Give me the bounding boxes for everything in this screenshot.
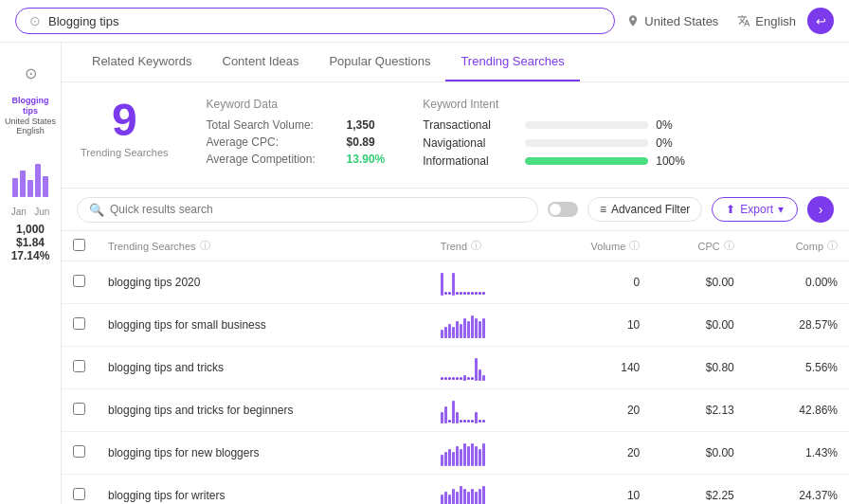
- language-icon: [737, 14, 750, 27]
- toggle-switch[interactable]: [548, 202, 578, 217]
- content-area: Related Keywords Content Ideas Popular Q…: [62, 43, 849, 504]
- avg-comp-row: Average Competition: 13.90%: [207, 153, 386, 166]
- select-all-checkbox[interactable]: [73, 239, 85, 251]
- row-checkbox[interactable]: [73, 275, 85, 287]
- col-cpc-label: CPC: [698, 241, 720, 252]
- advanced-filter-button[interactable]: ≡ Advanced Filter: [587, 197, 702, 222]
- comp-cell: 5.56%: [746, 347, 849, 389]
- tsv-label: Total Search Volume:: [207, 118, 339, 132]
- col-comp: Comp ⓘ: [746, 231, 849, 261]
- sidebar-chart: [7, 150, 54, 197]
- sidebar-language-label: English: [12, 126, 48, 136]
- advanced-filter-label: Advanced Filter: [611, 203, 690, 216]
- filter-search-icon: 🔍: [89, 203, 104, 217]
- col-trending-searches: Trending Searches ⓘ: [97, 231, 429, 261]
- keyword-data-section: Keyword Data Total Search Volume: 1,350 …: [207, 98, 690, 172]
- keyword-data-block: Keyword Data Total Search Volume: 1,350 …: [207, 98, 386, 172]
- sidebar: ⊙ Blogging tips United States English Ja…: [0, 43, 62, 504]
- sidebar-stat-volume: 1,000: [11, 223, 50, 236]
- cpc-value: $0.89: [347, 135, 375, 149]
- total-search-volume-row: Total Search Volume: 1,350: [207, 118, 386, 132]
- col-trend: Trend ⓘ: [429, 231, 536, 261]
- info-icon-comp[interactable]: ⓘ: [827, 239, 838, 253]
- col-checkbox: [62, 231, 97, 261]
- language-label: English: [755, 14, 796, 28]
- search-input[interactable]: [48, 14, 601, 28]
- cpc-cell: $0.00: [651, 304, 745, 347]
- keyword-cell: blogging tips 2020: [97, 261, 429, 304]
- cpc-cell: $0.00: [651, 261, 745, 304]
- comp-cell: 1.43%: [746, 432, 849, 475]
- intent-label-informational: Informational: [423, 154, 517, 168]
- trend-cell: [429, 347, 536, 389]
- cpc-label: Average CPC:: [207, 135, 339, 149]
- table-row: blogging tips 20200$0.000.00%: [62, 261, 849, 304]
- intent-bar-informational: [525, 157, 648, 165]
- quick-results-search-input[interactable]: [110, 203, 526, 216]
- toolbar: 🔍 ≡ Advanced Filter ⬆ Export ▾ ›: [62, 189, 849, 231]
- volume-cell: 20: [536, 432, 651, 475]
- col-volume: Volume ⓘ: [536, 231, 651, 261]
- keyword-cell: blogging tips and tricks for beginners: [97, 389, 429, 432]
- export-button[interactable]: ⬆ Export ▾: [712, 197, 798, 222]
- table-row: blogging tips and tricks for beginners20…: [62, 389, 849, 432]
- col-comp-label: Comp: [796, 241, 823, 252]
- row-checkbox[interactable]: [73, 317, 85, 330]
- search-bar: ⊙ United States English ↩: [0, 0, 849, 43]
- sidebar-stat-comp: 17.14%: [11, 249, 50, 262]
- trending-number: 9: [112, 98, 137, 143]
- intent-label-transactional: Transactional: [423, 118, 517, 132]
- export-chevron-icon: ▾: [778, 203, 784, 216]
- info-icon-trend[interactable]: ⓘ: [471, 239, 481, 253]
- trend-cell: [429, 475, 536, 505]
- row-checkbox[interactable]: [73, 488, 85, 500]
- comp-label: Average Competition:: [207, 153, 339, 166]
- sidebar-stats: 1,000 $1.84 17.14%: [4, 219, 58, 266]
- intent-row-transactional: Transactional 0%: [423, 118, 689, 132]
- location-selector[interactable]: United States: [626, 14, 718, 28]
- row-checkbox[interactable]: [73, 445, 85, 458]
- comp-cell: 42.86%: [746, 389, 849, 432]
- tab-trending-searches[interactable]: Trending Searches: [445, 43, 579, 81]
- intent-title: Keyword Intent: [423, 98, 689, 111]
- export-icon: ⬆: [726, 203, 735, 216]
- row-checkbox[interactable]: [73, 360, 85, 372]
- col-volume-label: Volume: [591, 241, 626, 252]
- cpc-cell: $2.13: [651, 389, 745, 432]
- location-label: United States: [644, 14, 718, 28]
- volume-cell: 20: [536, 389, 651, 432]
- trend-cell: [429, 304, 536, 347]
- volume-cell: 10: [536, 304, 651, 347]
- cpc-cell: $0.80: [651, 347, 745, 389]
- sidebar-home-item[interactable]: ⊙: [11, 56, 49, 90]
- info-icon-volume[interactable]: ⓘ: [629, 239, 640, 253]
- table-row: blogging tips for small business10$0.002…: [62, 304, 849, 347]
- intent-pct-navigational: 0%: [656, 136, 689, 150]
- info-icon-cpc[interactable]: ⓘ: [724, 239, 734, 253]
- comp-value: 13.90%: [347, 153, 386, 166]
- keyword-data-title: Keyword Data: [207, 98, 386, 111]
- row-checkbox[interactable]: [73, 403, 85, 415]
- intent-bar-navigational: [525, 139, 648, 147]
- search-go-button[interactable]: ↩: [807, 8, 834, 34]
- col-trending-searches-label: Trending Searches: [108, 241, 196, 252]
- tab-content-ideas[interactable]: Content Ideas: [208, 43, 315, 81]
- more-button[interactable]: ›: [807, 196, 834, 223]
- keyword-cell: blogging tips for new bloggers: [97, 432, 429, 475]
- search-input-wrapper[interactable]: ⊙: [15, 8, 615, 34]
- tab-popular-questions[interactable]: Popular Questions: [314, 43, 445, 81]
- info-icon-keyword[interactable]: ⓘ: [200, 239, 210, 253]
- intent-row-navigational: Navigational 0%: [423, 136, 689, 150]
- tab-related-keywords[interactable]: Related Keywords: [77, 43, 208, 81]
- language-selector[interactable]: English: [737, 14, 796, 28]
- toggle-wrapper: [548, 202, 578, 217]
- tsv-value: 1,350: [347, 118, 375, 132]
- intent-label-navigational: Navigational: [423, 136, 517, 150]
- stats-section: 9 Trending Searches Keyword Data Total S…: [62, 82, 849, 189]
- tabs-row: Related Keywords Content Ideas Popular Q…: [62, 43, 849, 82]
- location-icon: [626, 14, 640, 27]
- quick-search-filter[interactable]: 🔍: [77, 197, 538, 223]
- intent-bar-transactional: [525, 121, 648, 129]
- intent-pct-transactional: 0%: [656, 118, 689, 132]
- col-trend-label: Trend: [441, 241, 467, 252]
